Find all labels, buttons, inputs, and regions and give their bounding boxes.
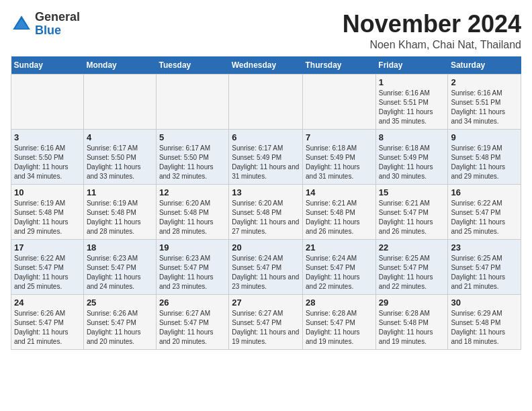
table-row: 3Sunrise: 6:16 AMSunset: 5:50 PMDaylight… xyxy=(11,129,84,184)
day-info: Daylight: 11 hours and 29 minutes. xyxy=(451,163,518,181)
table-row: 21Sunrise: 6:24 AMSunset: 5:47 PMDayligh… xyxy=(303,239,376,294)
table-row: 27Sunrise: 6:27 AMSunset: 5:47 PMDayligh… xyxy=(229,294,303,349)
table-row: 16Sunrise: 6:22 AMSunset: 5:47 PMDayligh… xyxy=(448,184,521,239)
day-info: Daylight: 11 hours and 28 minutes. xyxy=(87,218,153,236)
day-info: Daylight: 11 hours and 28 minutes. xyxy=(159,218,226,236)
calendar-week-row: 1Sunrise: 6:16 AMSunset: 5:51 PMDaylight… xyxy=(11,74,521,129)
day-number: 15 xyxy=(379,187,445,197)
month-title: November 2024 xyxy=(343,11,521,38)
day-info: Sunset: 5:47 PM xyxy=(379,208,445,218)
day-number: 11 xyxy=(87,187,153,197)
day-info: Daylight: 11 hours and 33 minutes. xyxy=(87,163,153,181)
day-info: Sunrise: 6:20 AM xyxy=(232,199,300,208)
day-info: Sunrise: 6:26 AM xyxy=(87,309,153,318)
day-info: Sunrise: 6:27 AM xyxy=(232,309,300,318)
day-number: 2 xyxy=(451,77,518,87)
day-info: Sunset: 5:50 PM xyxy=(87,153,153,163)
day-info: Daylight: 11 hours and 19 minutes. xyxy=(306,328,373,347)
day-number: 3 xyxy=(14,132,81,142)
logo-icon xyxy=(11,13,32,35)
calendar-week-row: 10Sunrise: 6:19 AMSunset: 5:48 PMDayligh… xyxy=(11,184,521,239)
day-info: Daylight: 11 hours and 31 minutes. xyxy=(306,163,373,181)
day-info: Daylight: 11 hours and 21 minutes. xyxy=(451,273,518,291)
table-row: 9Sunrise: 6:19 AMSunset: 5:48 PMDaylight… xyxy=(448,129,521,184)
day-info: Daylight: 11 hours and 25 minutes. xyxy=(451,218,518,236)
day-info: Sunset: 5:47 PM xyxy=(379,263,445,273)
day-info: Sunset: 5:47 PM xyxy=(87,318,153,328)
table-row: 12Sunrise: 6:20 AMSunset: 5:48 PMDayligh… xyxy=(156,184,228,239)
calendar-header-row: Sunday Monday Tuesday Wednesday Thursday… xyxy=(11,56,521,75)
day-info: Sunrise: 6:24 AM xyxy=(232,254,300,263)
day-info: Daylight: 11 hours and 32 minutes. xyxy=(159,163,226,181)
day-info: Daylight: 11 hours and 22 minutes. xyxy=(306,273,373,291)
day-info: Sunset: 5:48 PM xyxy=(451,153,518,163)
day-info: Sunrise: 6:21 AM xyxy=(379,199,445,208)
day-info: Sunrise: 6:18 AM xyxy=(379,144,445,153)
day-info: Sunset: 5:51 PM xyxy=(451,98,518,107)
logo-blue: Blue xyxy=(35,24,61,37)
day-info: Sunrise: 6:20 AM xyxy=(159,199,226,208)
day-info: Daylight: 11 hours and 20 minutes. xyxy=(159,328,226,347)
day-info: Sunrise: 6:25 AM xyxy=(451,254,518,263)
day-info: Sunset: 5:47 PM xyxy=(306,318,373,328)
day-info: Sunset: 5:47 PM xyxy=(14,318,81,328)
day-info: Daylight: 11 hours and 31 minutes. xyxy=(232,163,300,181)
day-info: Daylight: 11 hours and 18 minutes. xyxy=(451,328,518,347)
day-number: 9 xyxy=(451,132,518,142)
day-info: Sunset: 5:49 PM xyxy=(306,153,373,163)
day-number: 8 xyxy=(379,132,445,142)
day-number: 27 xyxy=(232,298,300,308)
day-info: Sunset: 5:48 PM xyxy=(87,208,153,218)
day-info: Sunset: 5:48 PM xyxy=(379,318,445,328)
calendar-table: Sunday Monday Tuesday Wednesday Thursday… xyxy=(11,56,521,350)
day-info: Daylight: 11 hours and 35 minutes. xyxy=(379,107,445,126)
table-row: 19Sunrise: 6:23 AMSunset: 5:47 PMDayligh… xyxy=(156,239,228,294)
header-thursday: Thursday xyxy=(303,56,376,75)
table-row: 7Sunrise: 6:18 AMSunset: 5:49 PMDaylight… xyxy=(303,129,376,184)
day-number: 5 xyxy=(159,132,226,142)
day-info: Sunrise: 6:16 AM xyxy=(379,89,445,98)
day-info: Sunset: 5:47 PM xyxy=(232,263,300,273)
table-row: 30Sunrise: 6:29 AMSunset: 5:48 PMDayligh… xyxy=(448,294,521,349)
day-number: 14 xyxy=(306,187,373,197)
day-number: 1 xyxy=(379,77,445,87)
day-info: Sunset: 5:48 PM xyxy=(306,208,373,218)
day-info: Sunset: 5:51 PM xyxy=(379,98,445,107)
day-info: Daylight: 11 hours and 29 minutes. xyxy=(14,218,81,236)
location-subtitle: Noen Kham, Chai Nat, Thailand xyxy=(343,39,521,51)
day-info: Sunset: 5:47 PM xyxy=(451,263,518,273)
day-info: Sunrise: 6:24 AM xyxy=(306,254,373,263)
table-row: 10Sunrise: 6:19 AMSunset: 5:48 PMDayligh… xyxy=(11,184,84,239)
calendar-week-row: 3Sunrise: 6:16 AMSunset: 5:50 PMDaylight… xyxy=(11,129,521,184)
day-info: Sunrise: 6:28 AM xyxy=(379,309,445,318)
calendar-week-row: 17Sunrise: 6:22 AMSunset: 5:47 PMDayligh… xyxy=(11,239,521,294)
day-number: 7 xyxy=(306,132,373,142)
day-info: Sunset: 5:50 PM xyxy=(14,153,81,163)
day-info: Daylight: 11 hours and 25 minutes. xyxy=(14,273,81,291)
day-info: Sunset: 5:47 PM xyxy=(159,318,226,328)
day-info: Sunset: 5:47 PM xyxy=(306,263,373,273)
day-number: 21 xyxy=(306,242,373,253)
day-info: Sunrise: 6:23 AM xyxy=(87,254,153,263)
table-row: 22Sunrise: 6:25 AMSunset: 5:47 PMDayligh… xyxy=(375,239,448,294)
day-info: Sunrise: 6:26 AM xyxy=(14,309,81,318)
header-saturday: Saturday xyxy=(448,56,521,75)
table-row: 5Sunrise: 6:17 AMSunset: 5:50 PMDaylight… xyxy=(156,129,228,184)
table-row: 24Sunrise: 6:26 AMSunset: 5:47 PMDayligh… xyxy=(11,294,84,349)
day-number: 13 xyxy=(232,187,300,197)
table-row xyxy=(229,74,303,129)
table-row: 11Sunrise: 6:19 AMSunset: 5:48 PMDayligh… xyxy=(83,184,156,239)
day-number: 30 xyxy=(451,298,518,308)
day-info: Sunrise: 6:19 AM xyxy=(451,144,518,153)
table-row: 23Sunrise: 6:25 AMSunset: 5:47 PMDayligh… xyxy=(448,239,521,294)
table-row xyxy=(303,74,376,129)
day-info: Daylight: 11 hours and 26 minutes. xyxy=(379,218,445,236)
day-info: Sunrise: 6:23 AM xyxy=(159,254,226,263)
table-row: 29Sunrise: 6:28 AMSunset: 5:48 PMDayligh… xyxy=(375,294,448,349)
header-wednesday: Wednesday xyxy=(229,56,303,75)
day-info: Sunrise: 6:17 AM xyxy=(87,144,153,153)
table-row: 28Sunrise: 6:28 AMSunset: 5:47 PMDayligh… xyxy=(303,294,376,349)
day-number: 4 xyxy=(87,132,153,142)
table-row: 13Sunrise: 6:20 AMSunset: 5:48 PMDayligh… xyxy=(229,184,303,239)
header-friday: Friday xyxy=(375,56,448,75)
